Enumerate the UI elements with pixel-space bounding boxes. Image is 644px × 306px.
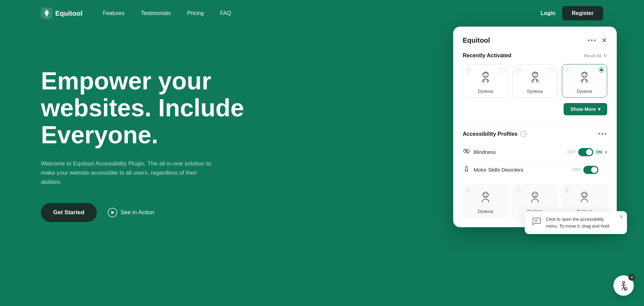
card-info-icon-2: i: [515, 67, 521, 73]
svg-line-7: [487, 79, 488, 83]
logo-text: Equitool: [55, 10, 82, 17]
bottom-card-info-1: i: [466, 187, 471, 193]
svg-line-25: [485, 195, 485, 197]
nav-links: Features Testimonials Pricing FAQ: [103, 10, 540, 16]
tooltip-chat-icon: [531, 216, 542, 227]
panel-header: Equitool ••• ✕: [463, 36, 607, 44]
dyslexia-figure-2: [526, 69, 544, 87]
card-radio-1[interactable]: [500, 67, 505, 73]
nav-link-features[interactable]: Features: [103, 10, 124, 16]
dyslexia-card-1[interactable]: i: [463, 64, 508, 98]
blindness-toggle-switch[interactable]: [578, 148, 593, 156]
svg-point-27: [532, 192, 538, 198]
bottom-card-1[interactable]: i Dyslexia: [463, 184, 508, 218]
motor-skills-toggle-row: Motor Skills Disorders OFF ON: [463, 161, 607, 179]
login-button[interactable]: Login: [540, 10, 555, 16]
plugin-panel-wrapper: Equitool ••• ✕ Recently Activated Reset …: [453, 27, 617, 227]
recently-activated-title: Recently Activated: [463, 53, 511, 59]
show-more-label: Show More: [570, 106, 596, 112]
svg-line-11: [533, 79, 534, 83]
card-label-1: Dyslexia: [478, 89, 493, 94]
recently-activated-cards: i: [463, 64, 607, 98]
motor-skills-toggle-left: Motor Skills Disorders: [463, 165, 523, 174]
show-more-button[interactable]: Show More ▾: [564, 103, 607, 115]
section-divider: [463, 123, 607, 124]
bottom-dyslexia-figure-3: [576, 189, 593, 207]
fab-close-icon[interactable]: ✕: [628, 274, 635, 281]
navbar: Equitool Features Testimonials Pricing F…: [0, 0, 644, 27]
reset-all-button[interactable]: Reset All ↻: [584, 53, 607, 58]
svg-line-4: [485, 75, 485, 77]
svg-point-30: [582, 192, 587, 198]
svg-line-17: [586, 79, 586, 83]
motor-skills-off-label: OFF: [572, 167, 581, 172]
reset-all-label: Reset All: [584, 53, 601, 58]
blindness-label: Blindness: [474, 149, 496, 155]
dyslexia-card-3[interactable]: i: [562, 64, 607, 98]
bottom-card-info-2: i: [515, 187, 521, 193]
dyslexia-card-2[interactable]: i: [512, 64, 557, 98]
more-options-icon[interactable]: •••: [587, 37, 597, 44]
svg-line-6: [484, 79, 484, 83]
accessibility-info-icon[interactable]: i: [520, 131, 526, 137]
register-button[interactable]: Register: [562, 6, 603, 20]
hero-section: Empower your websites. Include Everyone.…: [0, 27, 644, 293]
bottom-card-info-3: i: [565, 187, 570, 193]
card-info-icon-3: i: [565, 67, 570, 73]
blindness-toggle-row: Blindness OFF ON ▾: [463, 143, 607, 161]
svg-marker-2: [111, 211, 114, 214]
motor-skills-toggle-right: OFF ON: [572, 166, 607, 174]
motor-skills-label: Motor Skills Disorders: [474, 167, 523, 173]
panel-title: Equitool: [463, 37, 490, 44]
nav-link-pricing[interactable]: Pricing: [187, 10, 204, 16]
bottom-dyslexia-figure-1: [477, 189, 494, 207]
motor-skills-toggle-switch[interactable]: [583, 166, 598, 174]
svg-line-28: [534, 195, 534, 197]
tooltip-close-icon[interactable]: ✕: [619, 214, 624, 219]
get-started-button[interactable]: Get Started: [41, 203, 97, 222]
card-info-icon-1: i: [466, 67, 471, 73]
accessibility-title-group: Accessibility Profiles i: [463, 131, 526, 137]
logo-icon: [41, 8, 52, 19]
blindness-toggle-left: Blindness: [463, 147, 496, 157]
accessibility-fab[interactable]: ✕: [613, 275, 634, 296]
blindness-chevron-icon[interactable]: ▾: [605, 149, 607, 155]
svg-line-15: [585, 75, 585, 77]
nav-link-faq[interactable]: FAQ: [220, 10, 231, 16]
accessibility-profiles-header: Accessibility Profiles i •••: [463, 130, 607, 138]
dyslexia-figure-3: [576, 69, 593, 87]
card-label-3: Dyslexia: [577, 89, 592, 94]
svg-point-21: [465, 166, 467, 168]
tooltip-text: Click to open the accessibility menu. To…: [546, 216, 621, 229]
bottom-card-label-1: Dyslexia: [478, 209, 493, 214]
accessibility-more-icon[interactable]: •••: [598, 130, 607, 138]
svg-line-5: [486, 75, 487, 77]
fab-close-x: ✕: [630, 275, 633, 280]
svg-line-32: [585, 195, 585, 197]
see-in-action-button[interactable]: See in Action: [108, 208, 154, 217]
nav-link-testimonials[interactable]: Testimonials: [141, 10, 171, 16]
blindness-toggle-right: OFF ON ▾: [567, 148, 607, 156]
accessibility-profiles-title: Accessibility Profiles: [463, 131, 518, 137]
recently-activated-header: Recently Activated Reset All ↻: [463, 53, 607, 59]
blindness-on-label: ON: [596, 150, 602, 155]
svg-line-16: [582, 79, 583, 83]
panel-close-icon[interactable]: ✕: [601, 36, 607, 44]
plugin-panel: Equitool ••• ✕ Recently Activated Reset …: [453, 27, 617, 227]
refresh-icon: ↻: [603, 53, 607, 58]
svg-line-14: [583, 75, 584, 77]
tooltip-bubble: ✕ Click to open the accessibility menu. …: [525, 211, 627, 234]
svg-line-9: [534, 75, 534, 77]
bottom-dyslexia-figure-2: [526, 189, 544, 207]
svg-line-29: [536, 195, 536, 197]
svg-point-24: [483, 192, 488, 198]
card-label-2: Dyslexia: [527, 89, 542, 94]
logo[interactable]: Equitool: [41, 8, 82, 19]
panel-header-actions: ••• ✕: [587, 36, 607, 44]
svg-line-12: [536, 79, 537, 83]
chevron-down-icon: ▾: [598, 106, 600, 112]
card-radio-2[interactable]: [549, 67, 555, 73]
blindness-eye-icon: [463, 147, 470, 157]
svg-line-31: [583, 195, 584, 197]
card-radio-3[interactable]: [599, 67, 604, 73]
